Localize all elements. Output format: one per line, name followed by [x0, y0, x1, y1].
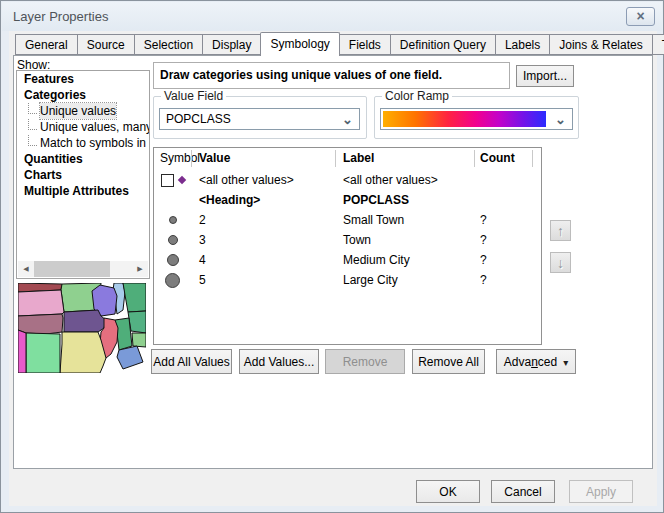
symbology-tab-page: Show: Features Categories Unique values …	[13, 55, 653, 469]
table-row-all-other-values[interactable]: <all other values> <all other values>	[154, 170, 541, 190]
tab-general[interactable]: General	[15, 34, 78, 55]
tab-joins-relates[interactable]: Joins & Relates	[550, 34, 652, 55]
symbol-cell	[154, 273, 191, 288]
tree-horizontal-scrollbar[interactable]: ◀ ▶	[18, 261, 148, 277]
layer-preview-map	[18, 283, 146, 373]
tab-display[interactable]: Display	[203, 34, 261, 55]
label-cell: <all other values>	[335, 173, 474, 187]
tab-fields[interactable]: Fields	[340, 34, 391, 55]
table-rows: <all other values> <all other values> <H…	[154, 170, 541, 290]
value-cell: 5	[191, 273, 335, 287]
remove-all-button[interactable]: Remove All	[412, 349, 485, 374]
count-cell: ?	[474, 273, 541, 287]
column-header-value[interactable]: Value	[199, 151, 230, 165]
value-cell: 3	[191, 233, 335, 247]
tree-item-features[interactable]: Features	[17, 71, 149, 87]
table-row-town[interactable]: 3 Town ?	[154, 230, 541, 250]
count-cell: ?	[474, 233, 541, 247]
add-values-button[interactable]: Add Values...	[239, 349, 319, 374]
tab-symbology[interactable]: Symbology	[260, 32, 339, 56]
value-cell: 2	[191, 213, 335, 227]
symbol-cell	[154, 254, 191, 266]
cancel-button[interactable]: Cancel	[491, 480, 555, 503]
all-other-values-checkbox[interactable]	[161, 174, 174, 187]
chevron-down-icon: ⌄	[342, 111, 353, 129]
value-field-label: Value Field	[161, 89, 226, 103]
tab-selection[interactable]: Selection	[135, 34, 203, 55]
tab-time[interactable]: Time	[653, 34, 664, 55]
tree-item-unique-values[interactable]: Unique values	[17, 103, 149, 119]
point-symbol-icon[interactable]	[165, 273, 180, 288]
table-row-heading[interactable]: <Heading> POPCLASS	[154, 190, 541, 210]
close-button[interactable]: ×	[626, 7, 655, 26]
tab-strip: General Source Selection Display Symbolo…	[15, 34, 664, 56]
tree-item-unique-values-many[interactable]: Unique values, many	[17, 119, 149, 135]
tree-item-match-to-symbols[interactable]: Match to symbols in a	[17, 135, 149, 151]
titlebar[interactable]: Layer Properties ×	[2, 2, 662, 31]
label-cell: POPCLASS	[335, 193, 474, 207]
label-cell: Large City	[335, 273, 474, 287]
tree-item-quantities[interactable]: Quantities	[17, 151, 149, 167]
column-header-count[interactable]: Count	[480, 151, 515, 165]
color-ramp-gradient	[383, 111, 546, 127]
tab-definition-query[interactable]: Definition Query	[391, 34, 496, 55]
apply-button[interactable]: Apply	[569, 480, 633, 503]
tab-labels[interactable]: Labels	[496, 34, 550, 55]
label-cell: Medium City	[335, 253, 474, 267]
point-symbol-icon	[177, 176, 185, 184]
symbology-method-tree: Features Categories Unique values Unique…	[16, 70, 150, 279]
layer-properties-dialog: Layer Properties × General Source Select…	[0, 0, 664, 513]
ok-button[interactable]: OK	[416, 480, 480, 503]
tree-item-multiple-attributes[interactable]: Multiple Attributes	[17, 183, 149, 199]
method-description: Draw categories using unique values of o…	[153, 62, 510, 89]
value-cell: <Heading>	[191, 193, 335, 207]
point-symbol-icon[interactable]	[167, 254, 179, 266]
symbol-cell	[154, 174, 191, 187]
scrollbar-thumb[interactable]	[34, 261, 110, 277]
up-arrow-icon: ↑	[557, 223, 564, 239]
label-cell: Small Town	[335, 213, 474, 227]
color-ramp-dropdown[interactable]: ⌄	[380, 108, 573, 130]
table-row-medium-city[interactable]: 4 Medium City ?	[154, 250, 541, 270]
count-cell: ?	[474, 213, 541, 227]
tab-source[interactable]: Source	[78, 34, 135, 55]
import-button[interactable]: Import...	[516, 65, 574, 87]
column-divider[interactable]	[191, 150, 192, 167]
value-field-dropdown[interactable]: POPCLASS ⌄	[159, 108, 360, 130]
scroll-right-icon[interactable]: ▶	[132, 261, 148, 277]
point-symbol-icon[interactable]	[168, 235, 178, 245]
table-row-large-city[interactable]: 5 Large City ?	[154, 270, 541, 290]
value-cell: 4	[191, 253, 335, 267]
tree-branch-line	[28, 135, 37, 146]
count-cell: ?	[474, 253, 541, 267]
column-divider[interactable]	[474, 150, 475, 167]
value-cell: <all other values>	[191, 173, 335, 187]
point-symbol-icon[interactable]	[169, 216, 177, 224]
column-divider[interactable]	[532, 150, 533, 167]
scroll-left-icon[interactable]: ◀	[18, 261, 34, 277]
move-up-button[interactable]: ↑	[550, 220, 571, 241]
down-arrow-icon: ↓	[557, 255, 564, 271]
label-cell: Town	[335, 233, 474, 247]
column-header-symbol[interactable]: Symbol	[160, 151, 200, 165]
value-field-selected: POPCLASS	[166, 112, 231, 126]
symbol-cell	[154, 235, 191, 245]
advanced-button[interactable]: Advanced▾	[496, 349, 576, 374]
column-divider[interactable]	[335, 150, 336, 167]
symbol-cell	[154, 216, 191, 224]
add-all-values-button[interactable]: Add All Values	[151, 349, 232, 374]
dropdown-arrow-icon: ▾	[563, 357, 568, 368]
color-ramp-label: Color Ramp	[382, 89, 452, 103]
move-down-button[interactable]: ↓	[550, 252, 571, 273]
window-title: Layer Properties	[13, 9, 108, 24]
tree-item-charts[interactable]: Charts	[17, 167, 149, 183]
close-icon: ×	[636, 8, 644, 24]
tree-branch-line	[28, 103, 37, 114]
tree-branch-line	[28, 119, 37, 130]
tree-item-categories[interactable]: Categories	[17, 87, 149, 103]
remove-button[interactable]: Remove	[325, 349, 405, 374]
table-row-small-town[interactable]: 2 Small Town ?	[154, 210, 541, 230]
chevron-down-icon: ⌄	[555, 111, 566, 129]
unique-values-table: Symbol Value Label Count <all other valu…	[153, 147, 542, 345]
column-header-label[interactable]: Label	[343, 151, 374, 165]
